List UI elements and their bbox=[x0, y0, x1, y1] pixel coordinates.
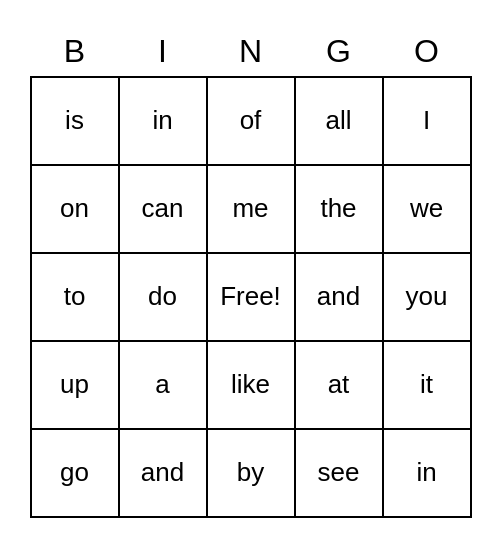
cell-1-2: me bbox=[207, 165, 295, 253]
cell-2-3: and bbox=[295, 253, 383, 341]
cell-3-1: a bbox=[119, 341, 207, 429]
cell-0-3: all bbox=[295, 77, 383, 165]
table-row: oncanmethewe bbox=[31, 165, 471, 253]
cell-3-3: at bbox=[295, 341, 383, 429]
cell-2-0: to bbox=[31, 253, 119, 341]
cell-2-2: Free! bbox=[207, 253, 295, 341]
cell-0-4: I bbox=[383, 77, 471, 165]
cell-4-3: see bbox=[295, 429, 383, 517]
cell-3-0: up bbox=[31, 341, 119, 429]
cell-2-4: you bbox=[383, 253, 471, 341]
bingo-table: BINGO isinofallIoncanmethewetodoFree!and… bbox=[30, 27, 472, 518]
header-row: BINGO bbox=[31, 27, 471, 77]
cell-1-1: can bbox=[119, 165, 207, 253]
cell-3-2: like bbox=[207, 341, 295, 429]
cell-4-2: by bbox=[207, 429, 295, 517]
table-row: isinofallI bbox=[31, 77, 471, 165]
cell-4-1: and bbox=[119, 429, 207, 517]
cell-0-0: is bbox=[31, 77, 119, 165]
table-row: goandbyseein bbox=[31, 429, 471, 517]
header-I: I bbox=[119, 27, 207, 77]
header-O: O bbox=[383, 27, 471, 77]
cell-1-4: we bbox=[383, 165, 471, 253]
cell-0-2: of bbox=[207, 77, 295, 165]
header-B: B bbox=[31, 27, 119, 77]
cell-3-4: it bbox=[383, 341, 471, 429]
header-G: G bbox=[295, 27, 383, 77]
table-row: todoFree!andyou bbox=[31, 253, 471, 341]
bingo-card: BINGO isinofallIoncanmethewetodoFree!and… bbox=[30, 27, 472, 518]
cell-0-1: in bbox=[119, 77, 207, 165]
cell-4-4: in bbox=[383, 429, 471, 517]
cell-4-0: go bbox=[31, 429, 119, 517]
cell-1-0: on bbox=[31, 165, 119, 253]
table-row: upalikeatit bbox=[31, 341, 471, 429]
cell-1-3: the bbox=[295, 165, 383, 253]
header-N: N bbox=[207, 27, 295, 77]
cell-2-1: do bbox=[119, 253, 207, 341]
